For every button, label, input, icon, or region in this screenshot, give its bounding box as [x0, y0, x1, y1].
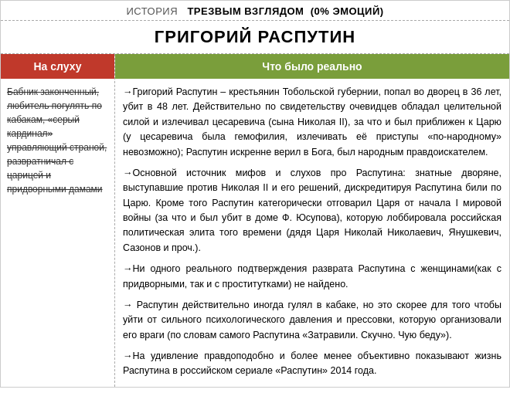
historia-label: ИСТОРИЯ: [126, 5, 178, 17]
left-panel: На слуху Бабник законченный, любитель по…: [1, 54, 115, 387]
main-title: ГРИГОРИЙ РАСПУТИН: [1, 21, 509, 54]
realno-header: Что было реально: [115, 54, 509, 79]
realno-paragraph: → Распутин действительно иногда гулял в …: [123, 298, 502, 343]
realno-paragraph: →Основной источник мифов и слухов про Ра…: [123, 166, 502, 256]
realno-paragraph: →Ни одного реального подтверждения развр…: [123, 262, 502, 292]
right-panel: Что было реально →Григорий Распутин – кр…: [115, 54, 509, 387]
page-wrapper: ИСТОРИЯ ТРЕЗВЫМ ВЗГЛЯДОМ (0% эмоций) ГРИ…: [0, 0, 510, 388]
realno-text: →Григорий Распутин – крестьянин Тобольск…: [115, 79, 509, 387]
content-area: На слуху Бабник законченный, любитель по…: [1, 54, 509, 387]
realno-paragraph: →На удивление правдоподобно и более мене…: [123, 349, 502, 379]
slukhu-header: На слуху: [1, 54, 114, 79]
trezvym-label: ТРЕЗВЫМ ВЗГЛЯДОМ (0% эмоций): [187, 5, 383, 17]
slukhu-text: Бабник законченный, любитель погулять по…: [1, 79, 114, 202]
realno-paragraph: →Григорий Распутин – крестьянин Тобольск…: [123, 85, 502, 160]
header: ИСТОРИЯ ТРЕЗВЫМ ВЗГЛЯДОМ (0% эмоций): [1, 1, 509, 21]
header-title: ИСТОРИЯ ТРЕЗВЫМ ВЗГЛЯДОМ (0% эмоций): [126, 5, 383, 17]
